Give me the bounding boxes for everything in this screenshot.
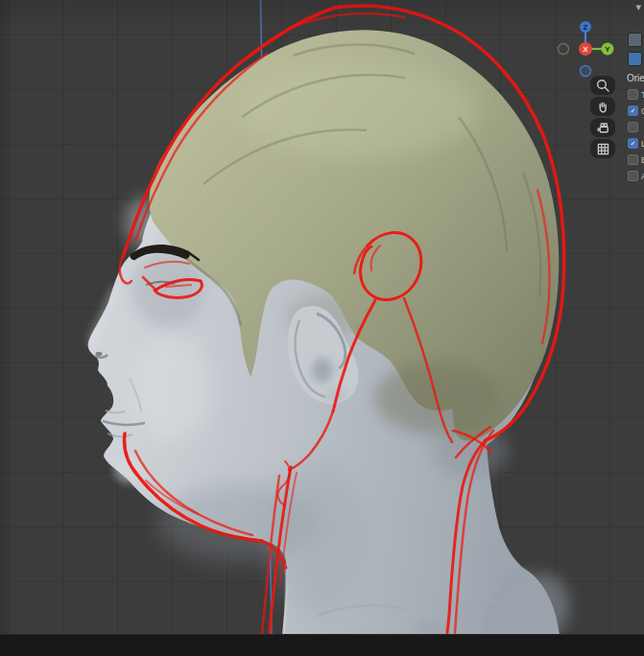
gizmo-axis-neg-z[interactable] bbox=[581, 66, 591, 77]
svg-text:Z: Z bbox=[584, 23, 588, 32]
zoom-button[interactable] bbox=[590, 76, 615, 95]
panel-title-orientation: Orie bbox=[627, 73, 644, 83]
bottom-editor-bar bbox=[0, 634, 644, 656]
checkbox[interactable]: ✓ bbox=[628, 89, 638, 100]
panel-row: ✓ bbox=[626, 122, 644, 132]
pan-button[interactable] bbox=[590, 97, 615, 116]
svg-text:Y: Y bbox=[605, 45, 610, 54]
gizmo-axis-neg-y[interactable] bbox=[559, 44, 569, 55]
grid-icon bbox=[596, 142, 610, 156]
checkbox[interactable]: ✓ bbox=[628, 105, 638, 116]
panel-row: ✓ A bbox=[626, 171, 644, 181]
checkbox[interactable]: ✓ bbox=[628, 171, 638, 181]
viewport-navigation-gizmo[interactable]: Z Y X bbox=[554, 15, 617, 82]
scene-render bbox=[0, 0, 644, 635]
gizmo-axis-pos-y[interactable]: Y bbox=[602, 43, 614, 56]
blender-3d-viewport[interactable]: Z Y X bbox=[0, 0, 644, 656]
svg-text:X: X bbox=[583, 45, 588, 54]
panel-row: ✓ T bbox=[626, 89, 644, 100]
camera-icon bbox=[596, 121, 610, 135]
chevron-down-icon: ▾ bbox=[635, 1, 641, 12]
panel-row: ✓ E bbox=[626, 154, 644, 165]
color-swatch-1[interactable] bbox=[628, 33, 642, 47]
checkbox[interactable]: ✓ bbox=[628, 138, 638, 149]
sidebar-sliver: Orie ✓ T ✓ C ✓ ✓ L ✓ E ✓ A bbox=[626, 33, 644, 205]
toggle-grid-button[interactable] bbox=[590, 139, 615, 158]
panel-row: ✓ C bbox=[626, 105, 644, 116]
camera-view-button[interactable] bbox=[590, 118, 615, 137]
gizmo-axis-pos-x[interactable]: X bbox=[579, 42, 592, 56]
checkbox[interactable]: ✓ bbox=[628, 154, 638, 165]
panel-collapse-chevron[interactable]: ▾ bbox=[635, 1, 641, 12]
checkbox[interactable]: ✓ bbox=[628, 122, 638, 132]
hand-icon bbox=[596, 100, 610, 114]
panel-row: ✓ L bbox=[626, 138, 644, 149]
color-swatch-2[interactable] bbox=[628, 52, 642, 66]
gizmo-axis-pos-z[interactable]: Z bbox=[580, 21, 591, 33]
magnifier-icon bbox=[596, 79, 610, 93]
viewport-nav-buttons bbox=[590, 76, 615, 160]
